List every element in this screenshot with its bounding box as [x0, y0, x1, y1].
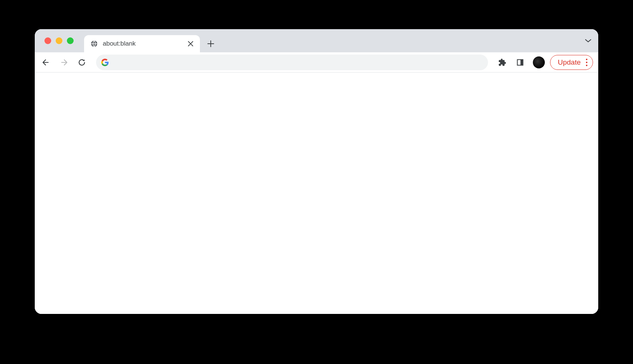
window-minimize-button[interactable] [56, 37, 62, 44]
update-label: Update [558, 58, 581, 67]
extensions-button[interactable] [495, 55, 510, 70]
new-tab-button[interactable] [204, 37, 218, 51]
address-input[interactable] [109, 59, 484, 66]
chrome-menu-icon [586, 59, 587, 66]
browser-tab[interactable]: about:blank [84, 35, 200, 52]
window-close-button[interactable] [44, 37, 51, 44]
globe-icon [90, 40, 98, 48]
toolbar: Update [35, 52, 598, 73]
update-button[interactable]: Update [550, 55, 593, 70]
profile-avatar[interactable] [533, 56, 545, 68]
tab-close-button[interactable] [187, 40, 194, 47]
tab-title: about:blank [103, 40, 183, 47]
page-content [35, 73, 598, 314]
forward-button[interactable] [56, 55, 71, 70]
side-panel-button[interactable] [513, 55, 528, 70]
tab-search-button[interactable] [585, 29, 592, 52]
window-maximize-button[interactable] [67, 37, 74, 44]
window-controls [39, 29, 84, 52]
back-button[interactable] [38, 55, 53, 70]
tab-bar: about:blank [35, 29, 598, 52]
reload-button[interactable] [74, 55, 89, 70]
browser-window: about:blank [35, 29, 598, 314]
address-bar[interactable] [96, 55, 488, 70]
google-search-icon [101, 58, 109, 67]
svg-rect-2 [521, 59, 523, 65]
